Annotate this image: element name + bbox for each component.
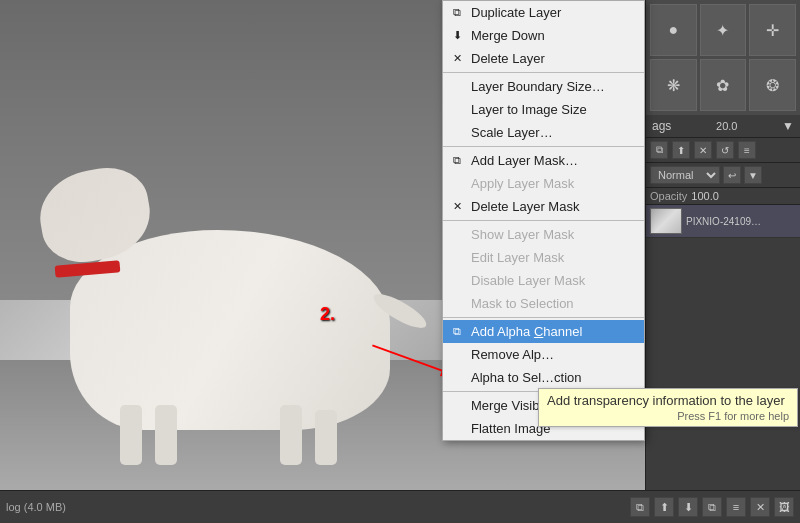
new-layer-btn[interactable]: ⧉ xyxy=(650,141,668,159)
menu-item-alpha-to-selection[interactable]: Alpha to Sel…ction xyxy=(443,366,644,389)
opacity-row: Opacity 100.0 xyxy=(646,188,800,205)
edit-layer-mask-icon xyxy=(449,250,465,266)
apply-layer-mask-icon xyxy=(449,176,465,192)
dog-leg-3 xyxy=(280,405,302,465)
statusbar-icon-3[interactable]: ⬇ xyxy=(678,497,698,517)
layers-tag-label: ags xyxy=(652,119,671,133)
statusbar-icon-5[interactable]: ≡ xyxy=(726,497,746,517)
undo-btn[interactable]: ↩ xyxy=(723,166,741,184)
brush-thumb-5[interactable]: ✿ xyxy=(700,59,747,111)
statusbar-icons: ⧉ ⬆ ⬇ ⧉ ≡ ✕ 🖼 xyxy=(630,497,794,517)
layer-name: PIXNIO-24109… xyxy=(686,216,761,227)
menu-item-remove-alpha[interactable]: Remove Alp… xyxy=(443,343,644,366)
opacity-value: 100.0 xyxy=(691,190,719,202)
layer-thumbnail xyxy=(650,208,682,234)
menu-item-scale-layer[interactable]: Scale Layer… xyxy=(443,121,644,144)
tooltip-help-text: Press F1 for more help xyxy=(547,410,789,422)
layers-dropdown-icon[interactable]: ▼ xyxy=(782,119,794,133)
menu-item-delete-layer[interactable]: ✕ Delete Layer xyxy=(443,47,644,70)
mode-select[interactable]: Normal xyxy=(650,166,720,184)
brush-thumb-1[interactable]: ● xyxy=(650,4,697,56)
dog-leg-4 xyxy=(315,410,337,465)
annotation-2: 2. xyxy=(320,304,335,325)
opacity-label: Opacity xyxy=(650,190,687,202)
delete-layer-mask-icon: ✕ xyxy=(449,199,465,215)
menu-item-edit-layer-mask: Edit Layer Mask xyxy=(443,246,644,269)
brush-thumb-4[interactable]: ❋ xyxy=(650,59,697,111)
merge-down-icon: ⬇ xyxy=(449,28,465,44)
dog-leg-1 xyxy=(120,405,142,465)
layers-header: ags 20.0 ▼ xyxy=(646,115,800,138)
statusbar-icon-4[interactable]: ⧉ xyxy=(702,497,722,517)
menu-item-layer-boundary-size[interactable]: Layer Boundary Size… xyxy=(443,75,644,98)
menu-item-apply-layer-mask: Apply Layer Mask xyxy=(443,172,644,195)
disable-layer-mask-icon xyxy=(449,273,465,289)
brush-thumb-3[interactable]: ✛ xyxy=(749,4,796,56)
layer-to-image-icon xyxy=(449,102,465,118)
remove-alpha-icon xyxy=(449,347,465,363)
separator-4 xyxy=(443,317,644,318)
mask-to-selection-icon xyxy=(449,296,465,312)
alpha-to-selection-icon xyxy=(449,370,465,386)
layer-row-1[interactable]: PIXNIO-24109… xyxy=(646,205,800,238)
statusbar-text: log (4.0 MB) xyxy=(6,501,66,513)
statusbar-icon-2[interactable]: ⬆ xyxy=(654,497,674,517)
statusbar-icon-7[interactable]: 🖼 xyxy=(774,497,794,517)
merge-visible-layers-icon xyxy=(449,398,465,414)
layers-panel: ● ✦ ✛ ❋ ✿ ❂ ags 20.0 ▼ ⧉ ⬆ ✕ ↺ ≡ Normal … xyxy=(645,0,800,523)
menu-item-layer-to-image-size[interactable]: Layer to Image Size xyxy=(443,98,644,121)
menu-item-merge-down[interactable]: ⬇ Merge Down xyxy=(443,24,644,47)
menu-item-disable-layer-mask: Disable Layer Mask xyxy=(443,269,644,292)
layers-size-value: 20.0 xyxy=(716,120,737,132)
show-layer-mask-icon xyxy=(449,227,465,243)
mode-row: Normal ↩ ▼ xyxy=(646,163,800,188)
tooltip-box: Add transparency information to the laye… xyxy=(538,388,798,427)
layers-menu-btn[interactable]: ≡ xyxy=(738,141,756,159)
redo-btn[interactable]: ▼ xyxy=(744,166,762,184)
add-alpha-channel-icon: ⧉ xyxy=(449,324,465,340)
duplicate-layer-icon: ⧉ xyxy=(449,5,465,21)
layer-boundary-icon xyxy=(449,79,465,95)
menu-item-duplicate-layer[interactable]: ⧉ Duplicate Layer xyxy=(443,1,644,24)
separator-3 xyxy=(443,220,644,221)
statusbar: log (4.0 MB) ⧉ ⬆ ⬇ ⧉ ≡ ✕ 🖼 xyxy=(0,490,800,523)
delete-layer-icon: ✕ xyxy=(449,51,465,67)
menu-item-mask-to-selection: Mask to Selection xyxy=(443,292,644,315)
statusbar-icon-1[interactable]: ⧉ xyxy=(630,497,650,517)
brush-thumb-2[interactable]: ✦ xyxy=(700,4,747,56)
tooltip-main-text: Add transparency information to the laye… xyxy=(547,393,789,408)
menu-item-add-layer-mask[interactable]: ⧉ Add Layer Mask… xyxy=(443,149,644,172)
separator-2 xyxy=(443,146,644,147)
flatten-image-icon xyxy=(449,421,465,437)
dog-leg-2 xyxy=(155,405,177,465)
separator-1 xyxy=(443,72,644,73)
refresh-btn[interactable]: ↺ xyxy=(716,141,734,159)
add-layer-mask-icon: ⧉ xyxy=(449,153,465,169)
scale-layer-icon xyxy=(449,125,465,141)
statusbar-icon-6[interactable]: ✕ xyxy=(750,497,770,517)
brush-thumb-6[interactable]: ❂ xyxy=(749,59,796,111)
menu-item-show-layer-mask: Show Layer Mask xyxy=(443,223,644,246)
menu-item-add-alpha-channel[interactable]: ⧉ Add Alpha Channel xyxy=(443,320,644,343)
brush-thumbnails: ● ✦ ✛ ❋ ✿ ❂ xyxy=(646,0,800,115)
layers-icons-row: ⧉ ⬆ ✕ ↺ ≡ xyxy=(646,138,800,163)
lower-layer-btn[interactable]: ✕ xyxy=(694,141,712,159)
menu-item-delete-layer-mask[interactable]: ✕ Delete Layer Mask xyxy=(443,195,644,218)
raise-layer-btn[interactable]: ⬆ xyxy=(672,141,690,159)
context-menu: ⧉ Duplicate Layer ⬇ Merge Down ✕ Delete … xyxy=(442,0,645,441)
